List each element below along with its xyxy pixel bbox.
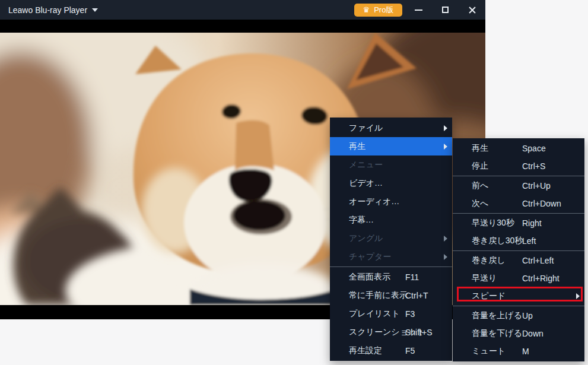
menu-item[interactable]: プレイリストF3 xyxy=(330,304,452,323)
menu-item[interactable]: スピード xyxy=(453,287,584,305)
menu-item-shortcut: Ctrl+Right xyxy=(522,274,560,283)
menu-item-label: ミュート xyxy=(472,346,506,357)
menu-item[interactable]: ファイル xyxy=(330,119,452,137)
menu-item[interactable]: 停止Ctrl+S xyxy=(453,157,584,175)
menu-item-shortcut: Right xyxy=(522,218,542,228)
menu-separator xyxy=(453,250,584,251)
menu-item-shortcut: Left xyxy=(522,236,536,246)
menu-item-label: 再生 xyxy=(349,141,365,152)
menu-item-label: アングル xyxy=(349,233,383,244)
menu-item-label: オーディオ… xyxy=(349,196,399,207)
menu-item[interactable]: 音量を下げるDown xyxy=(453,325,584,342)
menu-item-shortcut: Down xyxy=(522,329,543,338)
minimize-button[interactable] xyxy=(405,0,432,20)
menu-item-label: 巻き戻し xyxy=(472,255,506,266)
menu-item[interactable]: 次へCtrl+Down xyxy=(453,195,584,212)
menu-item[interactable]: 再生設定F5 xyxy=(330,341,452,360)
menu-item[interactable]: 音量を上げるUp xyxy=(453,307,584,325)
menu-item-label: プレイリスト xyxy=(349,309,400,319)
menu-separator xyxy=(453,213,584,214)
menu-item-label: 常に手前に表示 xyxy=(349,290,408,301)
menu-separator xyxy=(453,176,584,176)
app-title-menu[interactable]: Leawo Blu-ray Player xyxy=(8,5,98,15)
menu-item-shortcut: Ctrl+Down xyxy=(522,199,561,208)
submenu-arrow-icon xyxy=(444,236,447,242)
menu-item[interactable]: 巻き戻し30秒Left xyxy=(453,232,584,250)
desktop-background: Leawo Blu-ray Player ♛ Pro版 xyxy=(0,0,588,365)
menu-item-label: メニュー xyxy=(349,160,383,170)
menu-item-shortcut: Ctrl+Left xyxy=(522,256,554,265)
menu-item[interactable]: チャプター xyxy=(330,247,452,266)
titlebar: Leawo Blu-ray Player ♛ Pro版 xyxy=(0,0,485,20)
menu-item[interactable]: 再生 xyxy=(330,137,452,155)
menu-item-shortcut: Space xyxy=(522,144,546,153)
menu-item[interactable]: アングル xyxy=(330,229,452,247)
menu-item-shortcut: F11 xyxy=(405,272,419,282)
titlebar-controls: ♛ Pro版 xyxy=(354,0,485,20)
menu-separator xyxy=(453,306,584,306)
menu-item-shortcut: Up xyxy=(522,311,533,320)
app-title-label: Leawo Blu-ray Player xyxy=(8,5,87,15)
menu-item-label: スピード xyxy=(472,291,506,301)
menu-item-label: 字幕… xyxy=(349,215,374,226)
menu-item[interactable]: 前へCtrl+Up xyxy=(453,177,584,195)
menu-item[interactable]: ミュートM xyxy=(453,342,584,360)
menu-item[interactable]: オーディオ… xyxy=(330,192,452,211)
menu-item[interactable]: 早送りCtrl+Right xyxy=(453,269,584,287)
submenu-arrow-icon xyxy=(444,125,447,131)
maximize-icon xyxy=(442,7,449,13)
menu-item-label: 停止 xyxy=(472,161,488,172)
crown-icon: ♛ xyxy=(363,6,370,14)
menu-item-label: チャプター xyxy=(349,252,391,262)
menu-item-label: 音量を下げる xyxy=(472,328,522,339)
menu-item-shortcut: M xyxy=(522,347,529,356)
menu-item-label: 次へ xyxy=(472,198,488,209)
pro-version-label: Pro版 xyxy=(374,5,393,15)
menu-item-label: 全画面表示 xyxy=(349,272,390,283)
menu-item-label: 巻き戻し30秒 xyxy=(472,236,523,246)
menu-item-shortcut: Shift+S xyxy=(405,328,433,337)
close-button[interactable] xyxy=(459,0,485,20)
menu-item-label: 早送り xyxy=(472,273,497,284)
submenu-arrow-icon xyxy=(576,293,580,299)
menu-item-label: 再生 xyxy=(472,143,488,154)
menu-item-label: 前へ xyxy=(472,180,488,191)
menu-item[interactable]: スクリーンショットShift+S xyxy=(330,323,452,341)
menu-item-label: ビデオ… xyxy=(349,178,383,189)
menu-item-label: ファイル xyxy=(349,123,383,134)
submenu-arrow-icon xyxy=(444,254,447,260)
menu-separator xyxy=(330,266,452,267)
menu-item-shortcut: F3 xyxy=(405,309,415,319)
maximize-button[interactable] xyxy=(432,0,459,20)
menu-item[interactable]: 全画面表示F11 xyxy=(330,268,452,286)
menu-item-shortcut: Ctrl+S xyxy=(522,161,545,171)
menu-item[interactable]: ビデオ… xyxy=(330,174,452,192)
menu-item-label: 再生設定 xyxy=(349,345,382,356)
close-icon xyxy=(468,6,476,14)
submenu-arrow-icon xyxy=(444,144,447,150)
menu-item[interactable]: メニュー xyxy=(330,155,452,174)
menu-item[interactable]: 早送り30秒Right xyxy=(453,214,584,232)
menu-item-shortcut: Ctrl+Up xyxy=(522,181,551,191)
caret-down-icon xyxy=(92,8,98,12)
context-menu: ファイル再生メニュービデオ…オーディオ…字幕…アングルチャプター全画面表示F11… xyxy=(330,118,452,361)
menu-item-label: 音量を上げる xyxy=(472,310,522,321)
menu-item[interactable]: 字幕… xyxy=(330,211,452,229)
minimize-icon xyxy=(415,9,422,11)
menu-item[interactable]: 巻き戻しCtrl+Left xyxy=(453,252,584,269)
menu-item-label: 早送り30秒 xyxy=(472,218,514,228)
menu-item[interactable]: 常に手前に表示Ctrl+T xyxy=(330,286,452,304)
menu-item-shortcut: F5 xyxy=(405,346,415,356)
playback-submenu: 再生Space停止Ctrl+S前へCtrl+Up次へCtrl+Down早送り30… xyxy=(453,138,584,361)
pro-version-button[interactable]: ♛ Pro版 xyxy=(354,4,402,17)
menu-item[interactable]: 再生Space xyxy=(453,139,584,157)
menu-item-shortcut: Ctrl+T xyxy=(405,291,428,300)
